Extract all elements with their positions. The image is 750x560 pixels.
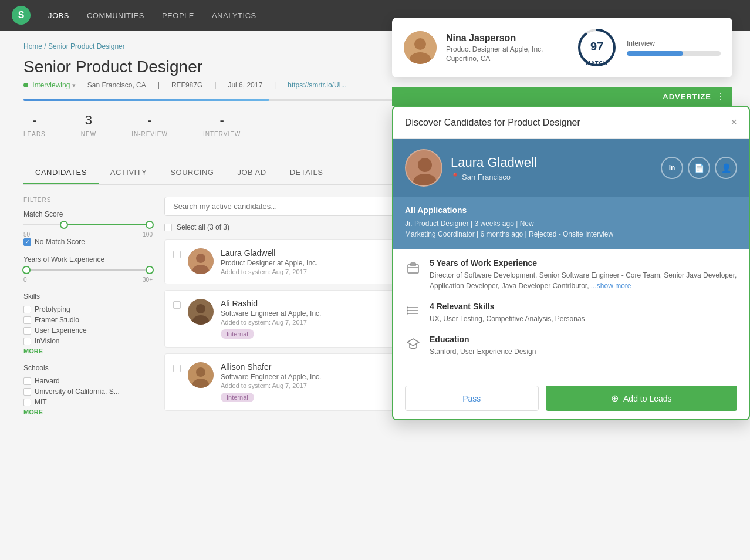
- skill-invision[interactable]: InVision: [23, 337, 153, 345]
- match-score-label: Match Score: [23, 210, 153, 218]
- svg-point-25: [407, 313, 408, 315]
- nina-role: Product Designer at Apple, Inc.: [446, 45, 567, 53]
- years-thumb-right[interactable]: [146, 266, 154, 274]
- discover-modal: Discover Candidates for Product Designer…: [392, 106, 750, 420]
- advertize-bar: ADVERTIZE ⋮: [392, 87, 732, 106]
- stat-leads: - LEADS: [23, 113, 46, 139]
- school-mit-checkbox[interactable]: [23, 399, 31, 406]
- ali-select-checkbox[interactable]: [173, 301, 181, 309]
- tab-details[interactable]: DETAILS: [278, 162, 335, 184]
- skill-prototyping-text: Prototyping: [35, 305, 70, 313]
- no-match-score-label[interactable]: No Match Score: [23, 238, 153, 246]
- schools-more[interactable]: MORE: [23, 409, 153, 416]
- experience-text: Director of Software Development, Senior…: [430, 270, 737, 291]
- ali-checkbox[interactable]: [173, 301, 181, 309]
- allison-avatar: [188, 362, 214, 388]
- app-container: S JOBS COMMUNITIES PEOPLE ANALYTICS Home…: [0, 0, 750, 560]
- stat-leads-value: -: [23, 113, 46, 128]
- tab-candidates[interactable]: CANDIDATES: [23, 162, 99, 184]
- nav-people[interactable]: PEOPLE: [162, 11, 194, 20]
- tab-job-ad[interactable]: JOB AD: [225, 162, 278, 184]
- profile-info: Laura Gladwell 📍 San Francisco: [451, 155, 653, 181]
- advertize-menu-icon[interactable]: ⋮: [716, 91, 725, 102]
- select-all-label: Select all (3 of 3): [177, 223, 229, 231]
- select-all-checkbox[interactable]: [164, 224, 172, 231]
- interview-section: Interview: [627, 39, 721, 56]
- pass-button[interactable]: Pass: [405, 386, 539, 411]
- school-uc-checkbox[interactable]: [23, 388, 31, 396]
- years-range-track: [23, 269, 153, 271]
- skill-framer-checkbox[interactable]: [23, 316, 31, 324]
- range-min: 50: [23, 231, 30, 238]
- svg-point-4: [196, 304, 205, 313]
- skill-ux-checkbox[interactable]: [23, 327, 31, 335]
- experience-item: 5 Years of Work Experience Director of S…: [405, 258, 737, 291]
- nav-communities[interactable]: COMMUNITIES: [87, 11, 144, 20]
- applications-section: All Applications Jr. Product Designer | …: [393, 197, 749, 249]
- breadcrumb-home[interactable]: Home: [23, 42, 42, 50]
- education-icon: [405, 336, 421, 352]
- ali-avatar: [188, 299, 214, 325]
- skills-icon: [405, 303, 421, 319]
- svg-point-24: [407, 310, 408, 312]
- linkedin-icon: in: [669, 164, 675, 172]
- interview-bar: [627, 51, 721, 56]
- filters-title: FILTERS: [23, 197, 153, 203]
- laura-avatar: [188, 248, 214, 274]
- add-to-leads-button[interactable]: ⊕ Add to Leads: [546, 386, 737, 411]
- laura-select-checkbox[interactable]: [173, 251, 181, 258]
- years-thumb-left[interactable]: [22, 266, 31, 274]
- match-score-filter: Match Score 50 100 No Mat: [23, 210, 153, 246]
- skill-prototyping[interactable]: Prototyping: [23, 305, 153, 313]
- linkedin-icon-btn[interactable]: in: [661, 157, 683, 179]
- allison-select-checkbox[interactable]: [173, 365, 181, 372]
- school-harvard[interactable]: Harvard: [23, 377, 153, 385]
- match-score-slider[interactable]: [23, 224, 153, 225]
- job-date: Jul 6, 2017: [228, 81, 262, 89]
- nina-avatar: [404, 31, 437, 64]
- skill-invision-text: InVision: [35, 337, 59, 345]
- skill-ux[interactable]: User Experience: [23, 326, 153, 335]
- ali-badge: Internal: [221, 329, 254, 339]
- skills-item: 4 Relevant Skills UX, User Testing, Comp…: [405, 302, 737, 324]
- school-harvard-checkbox[interactable]: [23, 377, 31, 385]
- add-leads-icon: ⊕: [611, 393, 619, 404]
- svg-marker-26: [407, 339, 419, 346]
- skill-ux-text: User Experience: [35, 326, 87, 335]
- skill-prototyping-checkbox[interactable]: [23, 306, 31, 313]
- range-labels: 50 100: [23, 231, 153, 238]
- job-status[interactable]: Interviewing: [32, 81, 70, 89]
- no-match-score-checkbox[interactable]: [23, 238, 31, 246]
- allison-checkbox[interactable]: [173, 365, 181, 372]
- skills-title: 4 Relevant Skills: [430, 302, 737, 311]
- nav-analytics[interactable]: ANALYTICS: [212, 11, 256, 20]
- school-mit[interactable]: MIT: [23, 398, 153, 406]
- nav-logo[interactable]: S: [12, 6, 31, 25]
- range-thumb-left[interactable]: [60, 221, 68, 229]
- modal-title: Discover Candidates for Product Designer: [405, 117, 580, 128]
- skill-framer[interactable]: Framer Studio: [23, 316, 153, 324]
- modal-close-button[interactable]: ×: [731, 116, 737, 129]
- laura-checkbox[interactable]: [173, 251, 181, 258]
- progress-bar-fill: [23, 99, 269, 101]
- job-ref: REF987G: [171, 81, 202, 89]
- skill-invision-checkbox[interactable]: [23, 338, 31, 345]
- tab-activity[interactable]: ACTIVITY: [99, 162, 159, 184]
- advertize-label[interactable]: ADVERTIZE: [663, 92, 711, 101]
- years-range-fill: [23, 269, 153, 271]
- years-exp-slider[interactable]: [23, 269, 153, 271]
- years-experience-filter: Years of Work Experience 0 30+: [23, 255, 153, 283]
- nav-jobs[interactable]: JOBS: [48, 11, 69, 20]
- job-url[interactable]: https://smrtr.io/UI...: [288, 81, 347, 89]
- tab-sourcing[interactable]: SOURCING: [158, 162, 225, 184]
- profile-icon-btn[interactable]: 👤: [715, 157, 737, 179]
- show-more-experience[interactable]: ...show more: [591, 282, 631, 290]
- school-uc[interactable]: University of California, S...: [23, 387, 153, 396]
- stat-new-label: NEW: [81, 131, 96, 137]
- stat-inreview: - IN-REVIEW: [131, 113, 168, 139]
- resume-icon-btn[interactable]: 📄: [688, 157, 710, 179]
- skills-content: 4 Relevant Skills UX, User Testing, Comp…: [430, 302, 737, 324]
- range-thumb-right[interactable]: [146, 221, 154, 229]
- skills-more[interactable]: MORE: [23, 348, 153, 355]
- range-fill: [62, 224, 153, 225]
